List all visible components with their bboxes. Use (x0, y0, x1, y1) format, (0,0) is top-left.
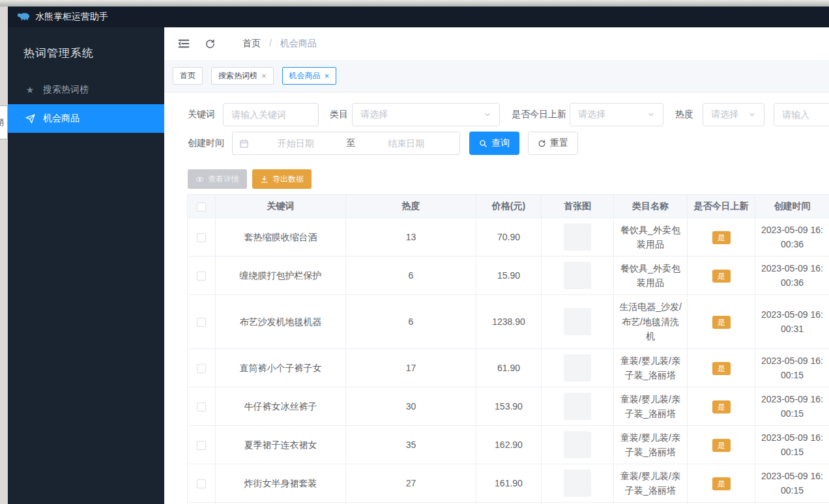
col-is-new-today: 是否今日上新 (688, 195, 755, 218)
is-new-badge: 是 (712, 231, 731, 244)
is-new-badge: 是 (712, 316, 731, 329)
tags-view: 首页 搜索热词榜 × 机会商品 × (164, 60, 829, 92)
cell-created: 2023-05-09 16:00:15 (755, 464, 829, 503)
heat-select[interactable]: 请选择 (703, 103, 764, 126)
background-window-fragment: 销 (0, 105, 8, 139)
cell-category: 童装/婴儿装/亲子装_洛丽塔 (614, 426, 688, 464)
table-row[interactable]: 炸街女半身裙套装 27 161.90 童装/婴儿装/亲子装_洛丽塔 是 2023… (188, 464, 829, 503)
breadcrumb-home[interactable]: 首页 (242, 38, 261, 48)
breadcrumb-current: 机会商品 (280, 38, 317, 48)
table-row[interactable]: 直筒裤小个子裤子女 17 61.90 童装/婴儿装/亲子装_洛丽塔 是 2023… (188, 349, 829, 387)
cell-heat: 17 (346, 349, 476, 387)
tab-home[interactable]: 首页 (173, 67, 203, 85)
app-title: 水熊掌柜运营助手 (35, 11, 108, 23)
row-checkbox[interactable] (197, 272, 206, 281)
export-data-label: 导出数据 (272, 174, 304, 185)
desktop-left-strip (0, 7, 8, 504)
col-first-image: 首张图 (542, 195, 614, 218)
bear-logo-icon (17, 12, 30, 23)
cell-price: 161.90 (476, 464, 542, 503)
cell-keyword: 布艺沙发机地毯机器 (216, 295, 346, 349)
row-checkbox[interactable] (197, 318, 206, 327)
cell-created: 2023-05-09 16:00:15 (755, 387, 829, 426)
cell-created: 2023-05-09 16:00:36 (755, 257, 829, 295)
table-row[interactable]: 布艺沙发机地毯机器 6 1238.90 生活电器_沙发/布艺/地毯清洗机 是 2… (188, 295, 829, 349)
view-detail-label: 查看详情 (208, 174, 239, 185)
select-all-checkbox[interactable] (197, 203, 206, 212)
cell-created: 2023-05-09 16:00:15 (755, 426, 829, 464)
col-heat: 热度 (346, 195, 476, 218)
heat-input[interactable] (774, 103, 829, 126)
cell-created: 2023-05-09 16:00:15 (755, 349, 829, 387)
col-category: 类目名称 (614, 195, 688, 218)
close-icon[interactable]: × (325, 72, 330, 80)
close-icon[interactable]: × (261, 72, 267, 80)
results-table: 关键词 热度 价格(元) 首张图 类目名称 是否今日上新 创建时间 套热缩膜收缩… (187, 194, 829, 504)
is-new-badge: 是 (712, 477, 731, 490)
cell-created: 2023-05-09 16:00:31 (755, 295, 829, 349)
cell-category: 童装/婴儿装/亲子装_洛丽塔 (614, 464, 688, 503)
cell-created: 2023-05-09 16:00:36 (755, 218, 829, 257)
sidebar-item-opportunity-goods[interactable]: 机会商品 (8, 104, 164, 133)
sidebar-collapse-button[interactable] (174, 34, 194, 53)
cell-price: 70.90 (476, 218, 542, 257)
table-row[interactable]: 牛仔裤女冰丝裤子 30 153.90 童装/婴儿装/亲子装_洛丽塔 是 2023… (188, 387, 829, 426)
row-checkbox[interactable] (197, 479, 206, 488)
row-checkbox[interactable] (197, 364, 206, 373)
cell-category: 童装/婴儿装/亲子装_洛丽塔 (614, 349, 688, 387)
navbar: 首页 / 机会商品 (164, 27, 829, 60)
tab-hot-words[interactable]: 搜索热词榜 × (211, 67, 274, 85)
today-new-label: 是否今日上新 (512, 109, 566, 120)
reset-refresh-icon (538, 139, 546, 148)
app-titlebar: 水熊掌柜运营助手 (8, 7, 829, 27)
today-new-select[interactable]: 请选择 (570, 103, 663, 126)
cell-price: 61.90 (476, 349, 542, 387)
search-icon (479, 139, 487, 148)
view-detail-button[interactable]: 查看详情 (188, 169, 247, 189)
col-price: 价格(元) (476, 195, 542, 218)
chevron-down-icon (748, 111, 756, 119)
calendar-icon (239, 139, 249, 148)
tab-label: 搜索热词榜 (218, 70, 257, 81)
keyword-input[interactable] (223, 103, 319, 126)
sidebar-item-label: 搜索热词榜 (43, 84, 89, 96)
date-range-picker[interactable]: 至 (232, 132, 460, 155)
send-icon (25, 113, 35, 124)
start-date-input[interactable] (249, 138, 343, 148)
reset-button-label: 重置 (550, 137, 568, 149)
export-data-button[interactable]: 导出数据 (252, 169, 312, 189)
select-placeholder: 请选择 (578, 109, 605, 120)
cell-keyword: 牛仔裤女冰丝裤子 (216, 387, 346, 426)
table-row[interactable]: 夏季裙子连衣裙女 35 162.90 童装/婴儿装/亲子装_洛丽塔 是 2023… (188, 426, 829, 464)
sidebar-system-title: 热词管理系统 (8, 27, 164, 76)
cell-keyword: 炸街女半身裙套装 (216, 464, 346, 503)
search-button[interactable]: 查询 (469, 132, 519, 155)
row-checkbox[interactable] (197, 402, 206, 412)
cell-keyword: 直筒裤小个子裤子女 (216, 349, 346, 387)
table-row[interactable]: 缠绕膜打包护栏保护 6 15.90 餐饮具_外卖包装用品 是 2023-05-0… (188, 257, 829, 295)
end-date-input[interactable] (360, 138, 454, 148)
chevron-down-icon (647, 111, 655, 119)
table-row[interactable]: 套热缩膜收缩台酒 13 70.90 餐饮具_外卖包装用品 是 2023-05-0… (188, 218, 829, 257)
category-select[interactable]: 请选择 (352, 103, 500, 126)
sidebar-item-hot-words[interactable]: ★ 搜索热词榜 (8, 76, 164, 104)
product-image-placeholder (564, 262, 591, 289)
refresh-icon[interactable] (200, 34, 220, 53)
cell-category: 童装/婴儿装/亲子装_洛丽塔 (614, 387, 688, 426)
is-new-badge: 是 (712, 270, 731, 283)
row-checkbox[interactable] (197, 441, 206, 450)
tab-opportunity-goods[interactable]: 机会商品 × (282, 67, 337, 85)
cell-price: 1238.90 (476, 295, 542, 349)
select-placeholder: 请选择 (711, 109, 738, 120)
date-range-to: 至 (343, 137, 360, 149)
reset-button[interactable]: 重置 (528, 132, 578, 155)
cell-keyword: 缠绕膜打包护栏保护 (216, 257, 346, 295)
product-image-placeholder (564, 308, 591, 335)
product-image-placeholder (564, 393, 591, 420)
chevron-down-icon (484, 111, 491, 119)
cell-keyword: 套热缩膜收缩台酒 (216, 218, 346, 257)
row-checkbox[interactable] (197, 233, 206, 242)
tab-label: 机会商品 (289, 70, 321, 81)
search-button-label: 查询 (491, 137, 510, 149)
product-image-placeholder (564, 354, 591, 382)
